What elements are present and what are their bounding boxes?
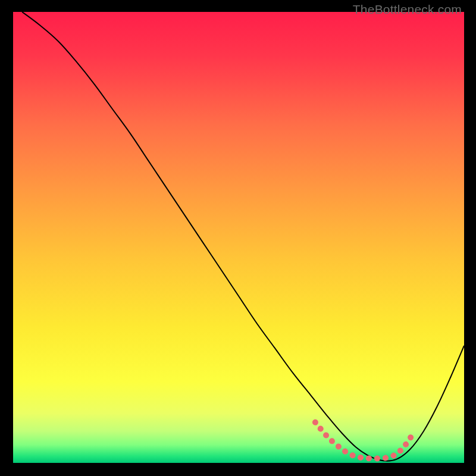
chart-plot-area <box>12 12 464 464</box>
watermark-text: TheBottleneck.com <box>353 2 462 17</box>
chart-lines <box>13 12 464 463</box>
main-curve-line <box>22 12 464 461</box>
